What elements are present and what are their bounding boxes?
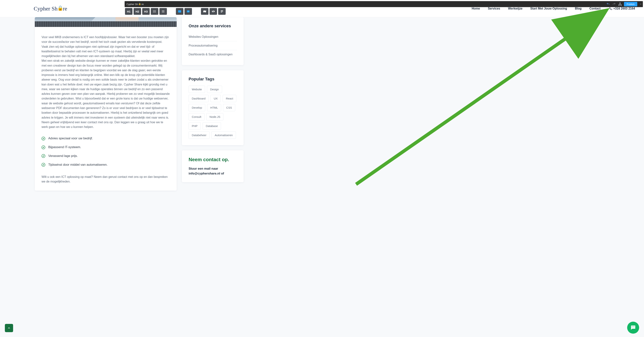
nav-services[interactable]: Services [488, 7, 500, 10]
box-button[interactable] [176, 8, 183, 15]
services-card: Onze andere services Websites Oplossinge… [182, 17, 244, 65]
nav-home[interactable]: Home [472, 7, 480, 10]
tag[interactable]: Develop [188, 104, 205, 111]
hero-image [35, 17, 176, 27]
tags-title: Popular Tags [188, 77, 237, 81]
heading3-button[interactable]: H3 [142, 8, 150, 15]
svg-rect-17 [632, 327, 632, 327]
svg-rect-15 [221, 11, 223, 11]
article-card: Voor veel MKB ondernemers is ICT een hoo… [35, 17, 176, 191]
svg-point-5 [153, 11, 154, 12]
nav-blog[interactable]: Blog [575, 7, 582, 10]
code-button[interactable] [210, 8, 217, 15]
check-circle-icon [42, 154, 45, 158]
chat-fab[interactable] [627, 322, 639, 334]
list-bullets-button[interactable] [151, 8, 158, 15]
service-link[interactable]: Dashboards & SaaS oplossingen [188, 50, 237, 59]
svg-rect-18 [633, 327, 634, 327]
map-button[interactable] [201, 8, 208, 15]
article-paragraph: Wilt u ook een ICT oplossing op maat? Ne… [42, 174, 170, 184]
redo-icon[interactable] [612, 2, 616, 6]
article-paragraph: Vaak zien wij dat huidige oplossingen ni… [42, 44, 170, 58]
svg-rect-11 [162, 12, 164, 12]
publish-button[interactable]: Publish [624, 2, 637, 6]
feature-text: Tijdswinst door middel van automatiseren… [48, 162, 108, 167]
svg-point-3 [153, 10, 154, 11]
svg-rect-16 [221, 12, 222, 12]
tag[interactable]: UX [210, 95, 221, 102]
sitemap-icon[interactable] [618, 2, 622, 6]
tag[interactable]: CSS [223, 104, 235, 111]
feature-text: Verassend lage prijs. [48, 154, 78, 159]
check-circle-icon [42, 163, 45, 167]
tag[interactable]: PHP [188, 122, 201, 130]
lock-icon: 🔒 [57, 5, 63, 11]
article-body: Voor veel MKB ondernemers is ICT een hoo… [35, 27, 176, 191]
sidebar: Onze andere services Websites Oplossinge… [182, 17, 244, 191]
contact-card: Neem contact op. Stuur een mail naar inf… [182, 150, 244, 182]
chevron-up-icon [7, 326, 11, 330]
svg-rect-1 [619, 5, 620, 5]
tag[interactable]: React [223, 95, 236, 102]
nav-werkwijze[interactable]: Werkwijze [508, 7, 522, 10]
article-paragraph: Voor veel MKB ondernemers is ICT een hoo… [42, 35, 170, 44]
contact-title: Neem contact op. [188, 157, 237, 163]
main-nav: Home Services Werkwijze Start Met Jouw O… [472, 7, 600, 10]
tag[interactable]: HTML [207, 104, 221, 111]
editor-brand: Cypher Sh🔒re [126, 3, 144, 5]
phone-icon [609, 7, 612, 10]
tag[interactable]: Dashboard [188, 95, 208, 102]
format-toolbar: H1 H2 H3 [125, 8, 226, 15]
heading2-button[interactable]: H2 [134, 8, 141, 15]
main-column: Voor veel MKB ondernemers is ICT een hoo… [35, 17, 176, 191]
editor-top-bar: Cypher Sh🔒re Publish × [124, 1, 643, 7]
services-title: Onze andere services [188, 23, 237, 28]
form-button[interactable] [218, 8, 226, 15]
header-phone[interactable]: +316 2603 2164 [609, 7, 635, 10]
svg-rect-10 [162, 11, 164, 11]
lock-icon: 🔒 [138, 2, 141, 5]
tag[interactable]: Consult [188, 113, 204, 120]
page-body: Voor veel MKB ondernemers is ICT een hoo… [0, 17, 249, 202]
check-circle-icon [42, 145, 45, 149]
feature-text: Advies speciaal voor uw bedrijf. [48, 136, 93, 141]
svg-rect-19 [634, 327, 634, 327]
play-box-button[interactable] [184, 8, 192, 15]
feature-item: Advies speciaal voor uw bedrijf. [42, 134, 170, 143]
svg-rect-2 [620, 5, 622, 5]
svg-line-21 [356, 12, 604, 184]
article-paragraph: Neem geheel vrijblijvend een keer contac… [42, 120, 170, 129]
tag[interactable]: Node.JS [206, 113, 224, 120]
service-link[interactable]: Websites Oplossingen [188, 32, 237, 41]
tag[interactable]: Database [203, 122, 221, 130]
svg-rect-9 [162, 10, 164, 11]
tags-card: Popular Tags Website Design Dashboard UX… [182, 70, 244, 145]
tag[interactable]: Design [207, 86, 222, 93]
scroll-top-button[interactable] [5, 324, 13, 332]
feature-item: Verassend lage prijs. [42, 152, 170, 160]
svg-rect-0 [620, 3, 620, 3]
services-list: Websites Oplossingen Procesautomatiserin… [188, 32, 237, 59]
svg-rect-14 [221, 10, 223, 11]
list-lines-button[interactable] [160, 8, 167, 15]
feature-list: Advies speciaal voor uw bedrijf. Bijpass… [42, 134, 170, 169]
heading1-button[interactable]: H1 [125, 8, 132, 15]
feature-item: Tijdswinst door middel van automatiseren… [42, 160, 170, 169]
svg-rect-4 [154, 10, 156, 11]
feature-text: Bijpassend IT-systeem. [48, 145, 81, 150]
nav-contact[interactable]: Contact [589, 7, 600, 10]
tag[interactable]: Databeheer [188, 131, 210, 139]
undo-icon[interactable] [606, 2, 610, 6]
tag[interactable]: Website [188, 86, 205, 93]
close-icon[interactable]: × [639, 2, 642, 5]
site-logo[interactable]: Cypher Sh🔒re [34, 5, 67, 12]
tag-cloud: Website Design Dashboard UX React Develo… [188, 86, 237, 139]
tag[interactable]: Automatiseren [212, 131, 236, 139]
feature-item: Bijpassend IT-systeem. [42, 143, 170, 152]
nav-start[interactable]: Start Met Jouw Oplossing [530, 7, 567, 10]
check-circle-icon [42, 137, 45, 140]
svg-rect-8 [154, 12, 156, 12]
article-paragraph: Met een strak en zakelijk website-design… [42, 58, 170, 120]
service-link[interactable]: Procesautomatisering [188, 41, 237, 50]
svg-rect-6 [154, 11, 156, 11]
